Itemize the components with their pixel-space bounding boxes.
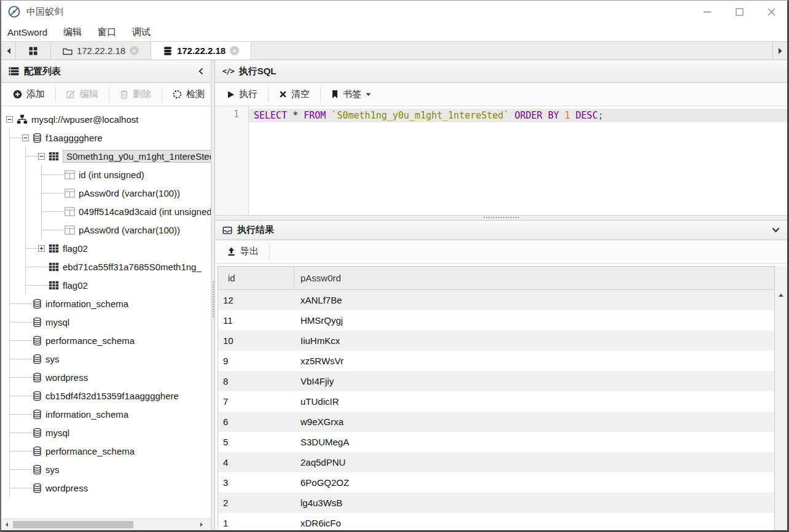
result-row[interactable]: 7uTUdicIR (218, 391, 774, 412)
edit-button[interactable]: 编辑 (56, 83, 109, 106)
scroll-left-icon[interactable] (2, 519, 11, 530)
collapse-left-icon[interactable] (198, 68, 203, 75)
delete-button[interactable]: 删除 (109, 83, 162, 106)
scroll-up-icon[interactable] (775, 293, 787, 297)
chevron-down-icon[interactable] (772, 227, 780, 233)
result-cell-id: 6 (218, 417, 294, 427)
tree-node[interactable]: wordpress (1, 368, 211, 386)
tree-guide-line (6, 460, 22, 479)
result-row[interactable]: 8VbI4Fjiy (218, 371, 774, 391)
tree-node-label: information_schema (45, 299, 128, 309)
tree-guide-line (38, 184, 54, 202)
tab-172.22.2.18-1[interactable]: 172.22.2.18× (151, 42, 251, 60)
clear-button[interactable]: 清空 (269, 83, 320, 106)
sql-token: `S0meth1ng_y0u_m1ght_1ntereSted` (331, 110, 509, 121)
sql-workspace: </> 执行SQL 执行 清空 书签 (215, 60, 787, 530)
check-icon (173, 90, 182, 99)
expand-expander-icon[interactable] (38, 245, 45, 252)
tree-node[interactable]: f1aagggghere (1, 128, 211, 147)
tree-node[interactable]: sys (1, 460, 211, 479)
add-button[interactable]: 添加 (2, 83, 55, 106)
tree-node[interactable]: pAssw0rd (varchar(100)) (1, 184, 211, 202)
result-row[interactable]: 2lg4u3WsB (218, 493, 774, 513)
panel-splitter[interactable] (211, 60, 215, 530)
result-row[interactable]: 9xz5RWsVr (218, 351, 774, 371)
tree-node[interactable]: performance_schema (1, 331, 211, 350)
column-icon (65, 225, 75, 235)
sql-token: BY (548, 110, 559, 121)
tree-guide-line (54, 202, 65, 221)
tree-node[interactable]: information_schema (1, 405, 211, 423)
editor-code-area[interactable]: SELECT * FROM `S0meth1ng_y0u_m1ght_1nter… (249, 106, 787, 215)
result-row[interactable]: 6w9eXGrxa (218, 412, 774, 432)
check-button[interactable]: 检测 (162, 83, 215, 106)
result-table-header: idpAssw0rd (218, 267, 774, 290)
tab-close-icon[interactable]: × (130, 46, 139, 55)
sql-token (287, 110, 292, 121)
result-row[interactable]: 10IiuHmKcx (218, 331, 774, 351)
horizontal-scrollbar[interactable] (1, 518, 211, 530)
tree-node-label: mysql (45, 317, 69, 327)
run-button[interactable]: 执行 (216, 83, 268, 106)
sql-editor[interactable]: 1 SELECT * FROM `S0meth1ng_y0u_m1ght_1nt… (215, 106, 787, 215)
collapse-expander-icon[interactable] (6, 116, 13, 123)
tree-node[interactable]: mysql (1, 313, 211, 331)
menu-window[interactable]: 窗口 (98, 26, 116, 38)
result-row[interactable]: 11HMSrQygj (218, 310, 774, 331)
tree-guide-line (6, 294, 22, 313)
sql-statement-line[interactable]: SELECT * FROM `S0meth1ng_y0u_m1ght_1nter… (249, 109, 787, 122)
result-cell-password: uTUdicIR (294, 396, 774, 407)
tree-node[interactable]: cb15df4f32d15359f1aagggghere (1, 386, 211, 405)
tree-node[interactable]: flag02 (1, 276, 211, 294)
tree-node[interactable]: flag02 (1, 239, 211, 257)
tree-node[interactable]: wordpress (1, 479, 211, 497)
collapse-expander-icon[interactable] (22, 135, 29, 141)
database-icon (33, 428, 42, 438)
tree-node[interactable]: mysql (1, 423, 211, 442)
maximize-button[interactable] (723, 1, 755, 23)
result-splitter[interactable] (215, 215, 787, 221)
tree-node[interactable]: information_schema (1, 294, 211, 313)
column-header-password: pAssw0rd (294, 273, 774, 283)
menu-edit[interactable]: 编辑 (63, 26, 82, 38)
tab-172.22.2.18-0[interactable]: 172.22.2.18× (51, 42, 151, 60)
tree-guide-line (6, 405, 22, 423)
config-panel-title: 配置列表 (24, 66, 61, 77)
tree-node-label: wordpress (45, 372, 88, 383)
result-row[interactable]: 5S3DUMegA (218, 432, 774, 452)
menu-debug[interactable]: 调试 (132, 26, 151, 38)
tree-node[interactable]: S0meth1ng_y0u_m1ght_1ntereSted (1, 147, 211, 165)
scroll-right-icon[interactable] (197, 519, 206, 530)
export-button[interactable]: 导出 (216, 240, 269, 263)
result-row[interactable]: 12xANLf7Be (218, 290, 774, 310)
export-upload-icon (227, 247, 236, 256)
tree-node[interactable]: 049ff514ca9d3caid (int unsigned) (1, 202, 211, 221)
tree-node[interactable]: ebd71ca55ff31a7685S0meth1ng_ (1, 257, 211, 276)
result-cell-password: IiuHmKcx (294, 335, 774, 346)
tree-node[interactable]: mysql://wpuser@localhost (1, 110, 211, 128)
menu-antsword[interactable]: AntSword (7, 27, 47, 37)
tree-node[interactable]: id (int unsigned) (1, 165, 211, 184)
result-toolbar: 导出 (215, 240, 787, 264)
config-list-icon (9, 67, 19, 76)
tab-scroll-left-button[interactable] (1, 42, 16, 60)
tree-guide-line (22, 147, 38, 165)
tree-node[interactable]: sys (1, 350, 211, 368)
bookmark-button[interactable]: 书签 (321, 83, 382, 106)
collapse-expander-icon[interactable] (38, 153, 45, 160)
minimize-button[interactable] (691, 1, 723, 23)
editor-gutter: 1 (215, 106, 249, 215)
tree-node[interactable]: performance_schema (1, 442, 211, 460)
scrollbar-thumb[interactable] (13, 521, 133, 528)
result-row[interactable]: 42aq5dPNU (218, 452, 774, 472)
tab-close-icon[interactable]: × (230, 46, 239, 55)
close-button[interactable] (755, 1, 787, 23)
tree-node[interactable]: pAssw0rd (varchar(100)) (1, 221, 211, 239)
tree-node-label: 049ff514ca9d3caid (int unsigned) (79, 206, 211, 217)
result-cell-id: 12 (218, 295, 294, 305)
tab-scroll-right-button[interactable] (772, 42, 787, 60)
result-row[interactable]: 1xDR6icFo (218, 513, 774, 530)
home-grid-tab[interactable] (16, 42, 51, 60)
vertical-scrollbar[interactable] (774, 266, 787, 530)
result-row[interactable]: 36PoGQ2OZ (218, 472, 774, 493)
